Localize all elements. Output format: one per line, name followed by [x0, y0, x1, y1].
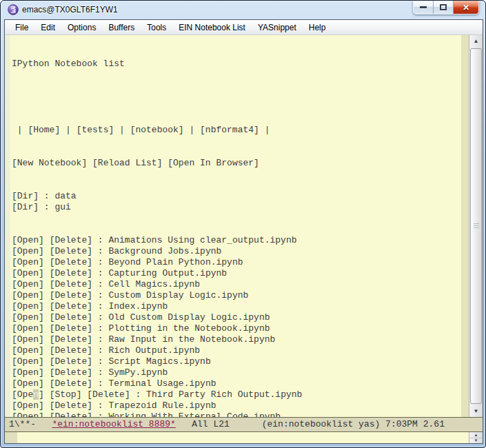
- notebook-name: Custom Display Logic.ipynb: [108, 290, 248, 301]
- open-button[interactable]: [Open]: [12, 389, 44, 400]
- delete-button[interactable]: [Delete]: [50, 378, 92, 389]
- menu-ein-notebook-list[interactable]: EIN Notebook List: [172, 21, 252, 34]
- nbformat4-button[interactable]: [nbformat4]: [200, 125, 259, 135]
- right-fringe: [461, 35, 469, 417]
- open-button[interactable]: [Open]: [12, 290, 44, 301]
- delete-button[interactable]: [Delete]: [50, 290, 92, 301]
- notebook-row: [Open] [Delete] : Cell Magics.ipynb: [12, 279, 461, 290]
- open-button[interactable]: [Open]: [12, 334, 44, 345]
- delete-button[interactable]: [Delete]: [50, 301, 92, 312]
- dir-row: [Dir] : data: [12, 191, 461, 202]
- menu-help[interactable]: Help: [303, 21, 332, 34]
- minibuffer[interactable]: ▲ ▼: [5, 432, 483, 443]
- open-button[interactable]: [Open]: [12, 378, 44, 389]
- open-button[interactable]: [Open]: [12, 312, 44, 323]
- emacs-app-icon: [8, 4, 19, 15]
- dir-button[interactable]: [Dir]: [12, 191, 39, 201]
- open-button[interactable]: [Open]: [12, 345, 44, 356]
- delete-button[interactable]: [Delete]: [50, 345, 92, 356]
- scroll-up-arrow-icon[interactable]: ▲: [469, 35, 483, 47]
- open-button[interactable]: [Open]: [12, 367, 44, 378]
- colon-separator: :: [92, 268, 108, 278]
- open-button[interactable]: [Open]: [12, 246, 44, 256]
- delete-button[interactable]: [Delete]: [50, 367, 92, 378]
- delete-button[interactable]: [Delete]: [50, 334, 92, 345]
- dir-button[interactable]: [Dir]: [12, 202, 39, 212]
- colon-separator: :: [92, 290, 108, 301]
- colon-separator: :: [92, 323, 108, 334]
- notebook-name: Raw Input in the Notebook.ipynb: [108, 334, 275, 345]
- menu-buffers[interactable]: Buffers: [102, 21, 141, 34]
- minibuffer-scroll-up-icon[interactable]: ▲: [469, 432, 483, 438]
- window-title: emacs@TX0GLT6F1YW1: [22, 5, 118, 14]
- notebook-name: Third Party Rich Output.ipynb: [146, 389, 302, 400]
- menu-file[interactable]: File: [9, 21, 34, 34]
- colon-separator: :: [92, 345, 108, 356]
- open-button[interactable]: [Open]: [12, 257, 44, 267]
- delete-button[interactable]: [Delete]: [50, 235, 92, 245]
- scroll-down-arrow-icon[interactable]: ▼: [469, 405, 483, 417]
- delete-button[interactable]: [Delete]: [50, 323, 92, 334]
- notebook-row: [Open] [Delete] : Trapezoid Rule.ipynb: [12, 400, 461, 411]
- button-separator: [44, 279, 50, 289]
- delete-button[interactable]: [Delete]: [50, 246, 92, 256]
- notebook-name: Trapezoid Rule.ipynb: [108, 400, 216, 411]
- button-separator: [44, 389, 50, 400]
- open-button[interactable]: [Open]: [12, 356, 44, 367]
- notebook-name: Index.ipynb: [108, 301, 168, 312]
- button-separator: [44, 356, 50, 367]
- colon-separator: :: [92, 312, 108, 323]
- new-notebook-button[interactable]: [New Notebook]: [12, 158, 87, 168]
- menu-edit[interactable]: Edit: [34, 21, 61, 34]
- minibuffer-scrollbar[interactable]: ▲ ▼: [469, 432, 483, 443]
- delete-button[interactable]: [Delete]: [50, 312, 92, 323]
- close-icon: ✕: [463, 3, 469, 12]
- open-button[interactable]: [Open]: [12, 268, 44, 278]
- notebook-row: [Open] [Delete] : SymPy.ipynb: [12, 367, 461, 378]
- buffer-window: IPython Notebook list | [Home] | [tests]…: [5, 35, 483, 417]
- button-text: [Ope: [12, 389, 33, 400]
- delete-button[interactable]: [Delete]: [87, 389, 130, 400]
- tests-button[interactable]: [tests]: [77, 125, 114, 135]
- delete-button[interactable]: [Delete]: [50, 400, 92, 411]
- maximize-icon: [440, 4, 447, 10]
- stop-button[interactable]: [Stop]: [50, 389, 82, 400]
- notebook-row: [Open] [Delete] : Beyond Plain Python.ip…: [12, 257, 461, 268]
- notebook-row: [Open] [Delete] : Old Custom Display Log…: [12, 312, 461, 323]
- notebook-button[interactable]: [notebook]: [130, 125, 184, 135]
- delete-button[interactable]: [Delete]: [50, 268, 92, 278]
- open-button[interactable]: [Open]: [12, 279, 44, 289]
- colon-separator: :: [92, 356, 108, 367]
- scrollbar-track[interactable]: [469, 47, 483, 405]
- close-button[interactable]: ✕: [454, 1, 478, 14]
- colon-separator: :: [92, 257, 108, 267]
- reload-list-button[interactable]: [Reload List]: [92, 158, 162, 168]
- open-button[interactable]: [Open]: [12, 400, 44, 411]
- delete-button[interactable]: [Delete]: [50, 257, 92, 267]
- colon-separator: :: [92, 400, 108, 411]
- menu-tools[interactable]: Tools: [141, 21, 172, 34]
- open-button[interactable]: [Open]: [12, 301, 44, 312]
- menu-yasnippet[interactable]: YASnippet: [252, 21, 303, 34]
- delete-button[interactable]: [Delete]: [50, 411, 92, 417]
- delete-button[interactable]: [Delete]: [50, 356, 92, 367]
- notebook-name: Beyond Plain Python.ipynb: [108, 257, 243, 267]
- minibuffer-scroll-down-icon[interactable]: ▼: [469, 438, 483, 444]
- open-button[interactable]: [Open]: [12, 411, 44, 417]
- scrollbar-thumb[interactable]: [470, 48, 482, 404]
- notebook-name: Script Magics.ipynb: [108, 356, 210, 367]
- open-in-browser-button[interactable]: [Open In Browser]: [168, 158, 259, 168]
- open-button[interactable]: [Open]: [12, 323, 44, 334]
- vertical-scrollbar[interactable]: ▲ ▼: [469, 35, 483, 417]
- colon-separator: :: [92, 279, 108, 289]
- home-button[interactable]: [Home]: [28, 125, 60, 135]
- minimize-button[interactable]: [414, 1, 434, 14]
- colon-separator: :: [39, 202, 54, 212]
- delete-button[interactable]: [Delete]: [50, 279, 92, 289]
- notebook-row: [Open] [Delete] : Background Jobs.ipynb: [12, 246, 461, 257]
- open-button[interactable]: [Open]: [12, 235, 44, 245]
- maximize-button[interactable]: [434, 1, 454, 14]
- menu-options[interactable]: Options: [61, 21, 102, 34]
- button-separator: [44, 378, 50, 389]
- modeline-buffer-name[interactable]: *ein:notebooklist 8889*: [52, 419, 175, 429]
